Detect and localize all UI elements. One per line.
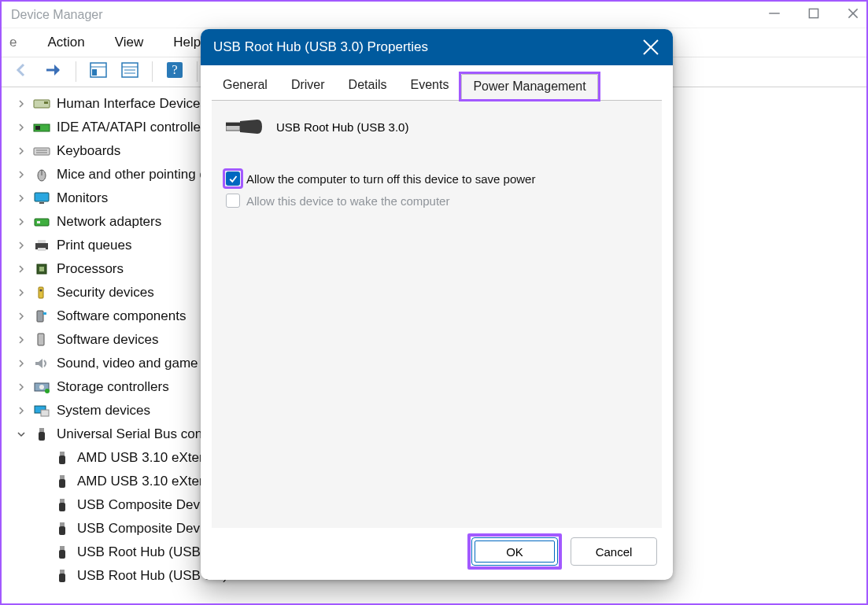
chevron-right-icon[interactable]: [16, 264, 27, 275]
tree-node-label: Network adapters: [57, 210, 161, 234]
menu-view[interactable]: View: [110, 33, 149, 52]
keyboard-icon: [33, 144, 50, 158]
svg-rect-52: [59, 503, 65, 511]
svg-rect-28: [35, 219, 49, 226]
usb-icon: [54, 498, 71, 512]
tab-general[interactable]: General: [212, 73, 279, 100]
dialog-footer: OK Cancel: [201, 528, 673, 580]
ok-button[interactable]: OK: [471, 537, 558, 566]
svg-rect-54: [59, 526, 65, 535]
allow-turnoff-row[interactable]: Allow the computer to turn off this devi…: [226, 172, 648, 186]
sound-icon: [33, 356, 50, 371]
swdev-icon: [33, 333, 50, 347]
svg-rect-26: [35, 193, 49, 201]
usb-icon: [54, 451, 71, 465]
chevron-right-icon[interactable]: [16, 334, 27, 345]
chevron-right-icon[interactable]: [16, 146, 27, 157]
chevron-right-icon[interactable]: [16, 169, 27, 180]
usb-icon: [54, 474, 71, 489]
usb-connector-icon: [226, 115, 262, 138]
allow-turnoff-checkbox[interactable]: [226, 172, 240, 186]
tree-node-label: Keyboards: [57, 139, 120, 163]
chevron-right-icon[interactable]: [16, 216, 27, 227]
tree-child-label: USB Composite Device: [77, 517, 217, 540]
tab-details[interactable]: Details: [338, 73, 398, 100]
window-title: Device Manager: [11, 8, 767, 22]
forward-arrow-icon[interactable]: [44, 61, 63, 82]
allow-turnoff-label: Allow the computer to turn off this devi…: [246, 172, 535, 186]
svg-point-42: [45, 389, 50, 393]
swcomp-icon: [33, 309, 50, 323]
cpu-icon: [33, 262, 50, 276]
maximize-icon[interactable]: [807, 6, 821, 24]
usb-icon: [54, 545, 71, 559]
tree-node-label: Software components: [57, 304, 186, 328]
security-icon: [33, 286, 50, 300]
chevron-down-icon[interactable]: [16, 429, 27, 440]
svg-rect-1: [809, 9, 818, 17]
properties-pane-icon[interactable]: [89, 61, 108, 82]
svg-rect-57: [60, 570, 65, 574]
chevron-right-icon[interactable]: [16, 193, 27, 204]
tab-events[interactable]: Events: [400, 73, 460, 100]
chevron-right-icon[interactable]: [16, 311, 27, 322]
tree-node-label: Print queues: [57, 234, 131, 257]
hid-icon: [33, 97, 50, 111]
toolbar-separator: [197, 61, 198, 82]
back-arrow-icon[interactable]: [13, 61, 31, 82]
allow-wake-row: Allow this device to wake the computer: [226, 194, 648, 208]
svg-rect-62: [226, 123, 240, 126]
svg-rect-39: [38, 334, 44, 345]
menu-file-fragment[interactable]: e: [5, 33, 22, 52]
mouse-icon: [33, 168, 50, 182]
dialog-title: USB Root Hub (USB 3.0) Properties: [213, 39, 641, 55]
chevron-right-icon[interactable]: [16, 122, 27, 133]
dialog-body: USB Root Hub (USB 3.0) Allow the compute…: [212, 100, 662, 528]
tab-driver[interactable]: Driver: [280, 73, 336, 100]
dialog-close-icon[interactable]: [641, 38, 660, 57]
chevron-right-icon[interactable]: [16, 358, 27, 369]
svg-rect-29: [37, 221, 40, 223]
minimize-icon[interactable]: [767, 6, 781, 24]
tree-node-label: Security devices: [57, 281, 154, 304]
tab-power-management[interactable]: Power Management: [461, 74, 597, 101]
svg-rect-38: [43, 312, 46, 315]
svg-rect-21: [34, 148, 50, 155]
dialog-titlebar[interactable]: USB Root Hub (USB 3.0) Properties: [201, 29, 673, 65]
cancel-button[interactable]: Cancel: [571, 537, 657, 566]
chevron-right-icon[interactable]: [16, 405, 27, 416]
svg-text:?: ?: [172, 63, 177, 76]
chevron-right-icon[interactable]: [16, 382, 27, 393]
dialog-tabs: General Driver Details Events Power Mana…: [201, 65, 673, 100]
svg-rect-50: [59, 479, 65, 488]
chevron-right-icon[interactable]: [16, 240, 27, 251]
svg-rect-51: [60, 499, 65, 503]
dialog-device-name: USB Root Hub (USB 3.0): [276, 120, 408, 134]
menu-action[interactable]: Action: [42, 33, 89, 52]
chevron-right-icon[interactable]: [16, 287, 27, 298]
allow-wake-checkbox: [226, 194, 240, 208]
svg-rect-45: [39, 428, 44, 432]
svg-rect-20: [35, 126, 40, 130]
tree-node-label: Monitors: [57, 186, 108, 210]
svg-rect-47: [60, 452, 65, 456]
toolbar-separator: [152, 61, 153, 82]
tree-child-label: USB Composite Device: [77, 493, 217, 517]
svg-rect-48: [59, 456, 65, 464]
network-icon: [33, 215, 50, 229]
tree-node-label: Processors: [57, 257, 124, 281]
svg-rect-58: [59, 574, 65, 582]
svg-rect-49: [60, 475, 65, 479]
system-icon: [33, 404, 50, 418]
svg-rect-18: [44, 101, 48, 104]
svg-rect-46: [39, 432, 45, 441]
chevron-right-icon[interactable]: [16, 98, 27, 109]
tree-node-label: System devices: [57, 399, 150, 422]
close-icon[interactable]: [846, 6, 860, 24]
storage-icon: [33, 380, 50, 394]
help-icon[interactable]: ?: [165, 61, 184, 82]
svg-rect-53: [60, 522, 65, 526]
svg-rect-37: [37, 311, 43, 322]
svg-rect-6: [92, 69, 97, 76]
details-pane-icon[interactable]: [120, 61, 139, 82]
